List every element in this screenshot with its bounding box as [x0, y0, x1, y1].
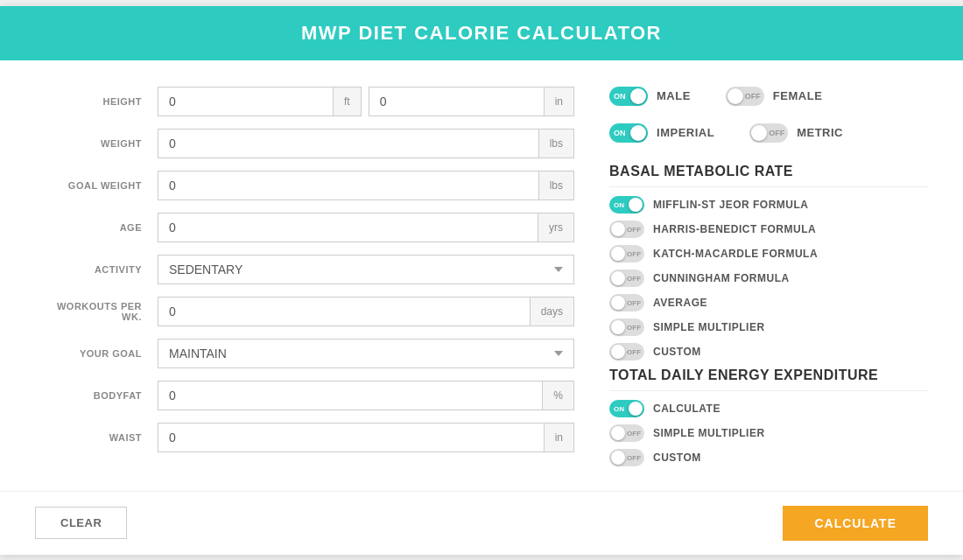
goal-label: YOUR GOAL: [35, 348, 158, 359]
waist-row: WAIST in: [35, 423, 574, 452]
activity-row: ACTIVITY SEDENTARY LIGHTLY ACTIVE MODERA…: [35, 255, 574, 284]
tdee-formula-toggle-1[interactable]: OFF: [609, 424, 644, 442]
male-label: MALE: [657, 89, 691, 102]
female-toggle[interactable]: OFF: [726, 87, 764, 106]
weight-input[interactable]: [158, 129, 539, 158]
height-row: HEIGHT ft in: [35, 87, 574, 116]
bmr-formula-label-1: HARRIS-BENEDICT FORMULA: [653, 223, 816, 235]
goal-weight-row: GOAL WEIGHT lbs: [35, 171, 574, 200]
bmr-formulas: ON MIFFLIN-ST JEOR FORMULA OFF HARRIS-BE…: [609, 196, 928, 360]
imperial-label: IMPERIAL: [657, 126, 714, 139]
tdee-formula-label-1: SIMPLE MULTIPLIER: [653, 427, 765, 439]
goal-weight-input[interactable]: [158, 171, 539, 200]
height-ft-group: ft: [158, 87, 362, 116]
waist-label: WAIST: [35, 432, 158, 443]
age-input[interactable]: [158, 213, 538, 242]
bmr-formula-toggle-3[interactable]: OFF: [609, 270, 644, 287]
female-toggle-row: OFF FEMALE: [726, 87, 822, 106]
goal-input-group: MAINTAIN LOSE WEIGHT GAIN WEIGHT: [158, 339, 574, 368]
bmr-formula-label-2: KATCH-MACARDLE FORMULA: [653, 248, 818, 260]
bmr-title: BASAL METABOLIC RATE: [609, 164, 928, 187]
tdee-formula-toggle-0[interactable]: ON: [609, 400, 644, 417]
height-in-group: in: [369, 87, 574, 116]
unit-row: ON IMPERIAL OFF METRIC: [609, 123, 928, 151]
imperial-toggle[interactable]: ON: [609, 123, 648, 143]
weight-input-group: lbs: [158, 129, 574, 158]
bmr-formula-row-3: OFF CUNNINGHAM FORMULA: [609, 270, 928, 287]
bmr-formula-label-6: CUSTOM: [653, 346, 701, 358]
metric-label: METRIC: [797, 126, 843, 139]
bodyfat-row: BODYFAT %: [35, 381, 574, 410]
tdee-formula-row-0: ON CALCULATE: [609, 400, 928, 417]
bmr-formula-toggle-5[interactable]: OFF: [609, 318, 644, 336]
goal-select[interactable]: MAINTAIN LOSE WEIGHT GAIN WEIGHT: [158, 339, 574, 368]
tdee-formulas: ON CALCULATE OFF SIMPLE MULTIPLIER OFF: [609, 400, 928, 466]
bodyfat-suffix: %: [543, 381, 574, 410]
metric-toggle[interactable]: OFF: [749, 123, 788, 143]
age-row: AGE yrs: [35, 213, 574, 242]
goal-weight-label: GOAL WEIGHT: [35, 180, 158, 191]
bmr-formula-row-4: OFF AVERAGE: [609, 294, 928, 312]
bmr-formula-toggle-4[interactable]: OFF: [609, 294, 644, 312]
age-label: AGE: [35, 222, 158, 233]
footer: CLEAR CALCULATE: [0, 491, 963, 555]
bodyfat-input[interactable]: [158, 381, 543, 410]
imperial-toggle-row: ON IMPERIAL: [609, 123, 714, 143]
tdee-formula-toggle-2[interactable]: OFF: [609, 449, 644, 466]
workouts-row: WORKOUTS PER WK. days: [35, 297, 574, 326]
height-in-suffix: in: [545, 87, 574, 116]
workouts-label: WORKOUTS PER WK.: [35, 301, 158, 322]
female-label: FEMALE: [773, 89, 822, 102]
right-panel: ON MALE OFF FEMALE: [609, 87, 928, 473]
height-in-input[interactable]: [369, 87, 545, 116]
tdee-formula-row-2: OFF CUSTOM: [609, 449, 928, 466]
age-suffix: yrs: [538, 213, 574, 242]
tdee-formula-row-1: OFF SIMPLE MULTIPLIER: [609, 424, 928, 442]
gender-row: ON MALE OFF FEMALE: [609, 87, 928, 115]
waist-input[interactable]: [158, 423, 545, 452]
goal-row: YOUR GOAL MAINTAIN LOSE WEIGHT GAIN WEIG…: [35, 339, 574, 368]
bodyfat-input-group: %: [158, 381, 574, 410]
weight-row: WEIGHT lbs: [35, 129, 574, 158]
tdee-formula-label-0: CALCULATE: [653, 402, 720, 415]
bmr-formula-row-2: OFF KATCH-MACARDLE FORMULA: [609, 245, 928, 262]
bmr-formula-toggle-2[interactable]: OFF: [609, 245, 644, 262]
tdee-title: TOTAL DAILY ENERGY EXPENDITURE: [609, 368, 928, 391]
tdee-formula-label-2: CUSTOM: [653, 452, 701, 464]
waist-input-group: in: [158, 423, 574, 452]
bmr-formula-row-1: OFF HARRIS-BENEDICT FORMULA: [609, 220, 928, 238]
bodyfat-label: BODYFAT: [35, 390, 158, 401]
bmr-formula-label-4: AVERAGE: [653, 297, 707, 309]
bmr-formula-toggle-6[interactable]: OFF: [609, 343, 644, 360]
male-toggle[interactable]: ON: [609, 87, 648, 106]
height-label: HEIGHT: [35, 96, 158, 107]
bmr-formula-toggle-0[interactable]: ON: [609, 196, 644, 214]
height-ft-suffix: ft: [334, 87, 362, 116]
age-input-group: yrs: [158, 213, 574, 242]
activity-input-group: SEDENTARY LIGHTLY ACTIVE MODERATELY ACTI…: [158, 255, 574, 284]
activity-select[interactable]: SEDENTARY LIGHTLY ACTIVE MODERATELY ACTI…: [158, 255, 574, 284]
page-title: MWP DIET CALORIE CALCULATOR: [0, 6, 963, 60]
weight-suffix: lbs: [539, 129, 574, 158]
waist-suffix: in: [545, 423, 574, 452]
content-area: HEIGHT ft in WEIGHT lbs: [0, 60, 963, 491]
bmr-formula-label-3: CUNNINGHAM FORMULA: [653, 272, 790, 284]
bmr-formula-label-0: MIFFLIN-ST JEOR FORMULA: [653, 199, 808, 211]
weight-label: WEIGHT: [35, 138, 158, 149]
activity-label: ACTIVITY: [35, 264, 158, 275]
height-ft-input[interactable]: [158, 87, 334, 116]
calculate-button[interactable]: CALCULATE: [783, 506, 928, 541]
workouts-input[interactable]: [158, 297, 531, 326]
workouts-suffix: days: [531, 297, 574, 326]
bmr-formula-label-5: SIMPLE MULTIPLIER: [653, 321, 765, 333]
bmr-formula-row-6: OFF CUSTOM: [609, 343, 928, 360]
workouts-input-group: days: [158, 297, 574, 326]
bmr-formula-toggle-1[interactable]: OFF: [609, 220, 644, 238]
clear-button[interactable]: CLEAR: [35, 507, 127, 539]
goal-weight-suffix: lbs: [539, 171, 574, 200]
male-toggle-row: ON MALE: [609, 87, 691, 106]
calculator-container: MWP DIET CALORIE CALCULATOR HEIGHT ft in: [0, 6, 963, 555]
height-inputs: ft in: [158, 87, 574, 116]
bmr-formula-row-5: OFF SIMPLE MULTIPLIER: [609, 318, 928, 336]
metric-toggle-row: OFF METRIC: [749, 123, 843, 143]
